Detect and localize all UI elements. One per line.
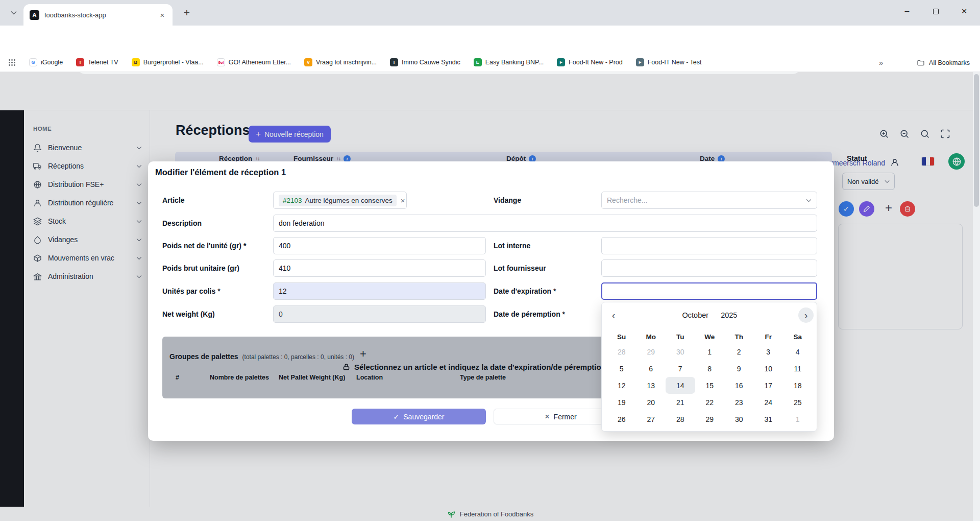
weekday-label: Fr: [754, 330, 783, 343]
bookmark-item[interactable]: Go! GO! Atheneum Etter...: [217, 58, 291, 66]
calendar-day[interactable]: 28: [666, 411, 695, 428]
new-tab-button[interactable]: +: [180, 6, 194, 20]
scrollbar-thumb[interactable]: [974, 74, 979, 207]
calendar-day[interactable]: 7: [666, 360, 695, 377]
bookmarks-overflow-icon[interactable]: »: [879, 53, 883, 72]
calendar-day[interactable]: 24: [754, 394, 783, 411]
calendar-day[interactable]: 14: [666, 377, 695, 394]
weekday-label: Tu: [666, 330, 695, 343]
date-expiration-input[interactable]: [601, 282, 817, 300]
bookmark-favicon: T: [76, 58, 84, 66]
bookmark-favicon: F: [636, 58, 644, 66]
apps-grid-icon[interactable]: [8, 59, 16, 66]
window-close-button[interactable]: ×: [952, 0, 976, 22]
bookmark-favicon: Go!: [217, 58, 225, 66]
calendar-day[interactable]: 29: [695, 411, 725, 428]
bookmark-label: iGoogle: [41, 59, 63, 66]
next-month-button[interactable]: ›: [798, 307, 814, 323]
calendar-day[interactable]: 22: [695, 394, 725, 411]
calendar-day[interactable]: 12: [607, 377, 636, 394]
calendar-day[interactable]: 6: [636, 360, 666, 377]
bookmark-item[interactable]: E Easy Banking BNP...: [474, 58, 544, 66]
palette-col-num: #: [176, 374, 179, 381]
calendar-day[interactable]: 29: [636, 343, 666, 360]
calendar-day[interactable]: 2: [724, 343, 754, 360]
calendar-day[interactable]: 10: [754, 360, 783, 377]
calendar-day[interactable]: 16: [724, 377, 754, 394]
bookmark-item[interactable]: G iGoogle: [29, 58, 63, 66]
calendar-day[interactable]: 5: [607, 360, 636, 377]
calendar-day[interactable]: 4: [783, 343, 813, 360]
bookmark-item[interactable]: F Food-It New - Prod: [557, 58, 623, 66]
browser-tab[interactable]: A foodbanks-stock-app ×: [23, 4, 173, 26]
calendar-day[interactable]: 1: [783, 411, 813, 428]
lot-interne-label: Lot interne: [494, 237, 530, 254]
unites-par-colis-input[interactable]: [273, 282, 486, 300]
tab-search-button[interactable]: [8, 7, 19, 18]
all-bookmarks-label: All Bookmarks: [929, 59, 970, 66]
window-maximize-button[interactable]: [924, 0, 947, 22]
calendar-day[interactable]: 23: [724, 394, 754, 411]
bookmark-item[interactable]: I Immo Cauwe Syndic: [390, 58, 460, 66]
bookmark-label: Easy Banking BNP...: [485, 59, 544, 66]
net-weight-input[interactable]: [273, 305, 486, 323]
calendar-day[interactable]: 25: [783, 394, 813, 411]
previous-month-button[interactable]: ‹: [606, 307, 621, 323]
weekday-label: Mo: [636, 330, 666, 343]
window-minimize-button[interactable]: –: [895, 0, 919, 22]
tab-favicon: A: [30, 10, 39, 20]
calendar-day[interactable]: 1: [695, 343, 725, 360]
palette-col-weight: Net Pallet Weight (Kg): [279, 374, 345, 381]
vidange-placeholder: Recherche...: [607, 196, 647, 204]
bookmark-label: Immo Cauwe Syndic: [402, 59, 460, 66]
calendar-day[interactable]: 27: [636, 411, 666, 428]
palette-lock-message: Sélectionnez un article et indiquez la d…: [342, 362, 606, 372]
tab-strip: A foodbanks-stock-app × + – ×: [0, 0, 980, 26]
close-icon: ×: [545, 412, 549, 421]
vidange-select[interactable]: Recherche...: [601, 192, 817, 209]
calendar-day[interactable]: 30: [724, 411, 754, 428]
bookmark-item[interactable]: T Telenet TV: [76, 58, 118, 66]
calendar-day[interactable]: 13: [636, 377, 666, 394]
calendar-month[interactable]: October: [682, 311, 709, 319]
calendar-day[interactable]: 26: [607, 411, 636, 428]
tab-close-icon[interactable]: ×: [157, 10, 167, 20]
bookmark-label: Food-It New - Prod: [569, 59, 623, 66]
all-bookmarks-button[interactable]: All Bookmarks: [917, 53, 970, 72]
poids-brut-input[interactable]: [273, 259, 486, 277]
calendar-day[interactable]: 18: [783, 377, 813, 394]
calendar-day[interactable]: 11: [783, 360, 813, 377]
bookmark-item[interactable]: V Vraag tot inschrijvin...: [304, 58, 377, 66]
lot-fournisseur-input[interactable]: [601, 259, 817, 277]
bookmark-favicon: V: [304, 58, 312, 66]
description-input[interactable]: [273, 215, 817, 232]
add-palette-group-button[interactable]: +: [360, 347, 366, 361]
bookmark-item[interactable]: B Burgerprofiel - Vlaa...: [132, 58, 204, 66]
chevron-down-icon[interactable]: [806, 199, 812, 202]
palette-col-type: Type de palette: [460, 374, 506, 381]
calendar-year[interactable]: 2025: [721, 311, 737, 319]
clear-icon[interactable]: ×: [401, 196, 405, 205]
calendar-days: 2829301234567891011121314151617181920212…: [607, 343, 813, 428]
bookmark-item[interactable]: F Food-IT New - Test: [636, 58, 702, 66]
calendar-day[interactable]: 15: [695, 377, 725, 394]
calendar-day[interactable]: 31: [754, 411, 783, 428]
lot-interne-input[interactable]: [601, 237, 817, 254]
calendar-day[interactable]: 8: [695, 360, 725, 377]
calendar-day[interactable]: 3: [754, 343, 783, 360]
calendar-day[interactable]: 20: [636, 394, 666, 411]
poids-net-input[interactable]: [273, 237, 486, 254]
article-select[interactable]: #2103 Autre légumes en conserves ×: [273, 192, 407, 209]
maximize-icon: [933, 9, 939, 14]
bookmarks-bar: G iGoogle T Telenet TV B Burgerprofiel -…: [0, 53, 980, 72]
calendar-day[interactable]: 21: [666, 394, 695, 411]
page-scrollbar[interactable]: [973, 72, 980, 521]
calendar-day[interactable]: 30: [666, 343, 695, 360]
browser-toolbar: ← → dev.stock.foodbanksit.be/stock/app/f…: [0, 26, 980, 53]
description-label: Description: [162, 215, 202, 232]
save-button[interactable]: ✓ Sauvegarder: [352, 409, 486, 424]
calendar-day[interactable]: 17: [754, 377, 783, 394]
calendar-day[interactable]: 19: [607, 394, 636, 411]
calendar-day[interactable]: 9: [724, 360, 754, 377]
calendar-day[interactable]: 28: [607, 343, 636, 360]
